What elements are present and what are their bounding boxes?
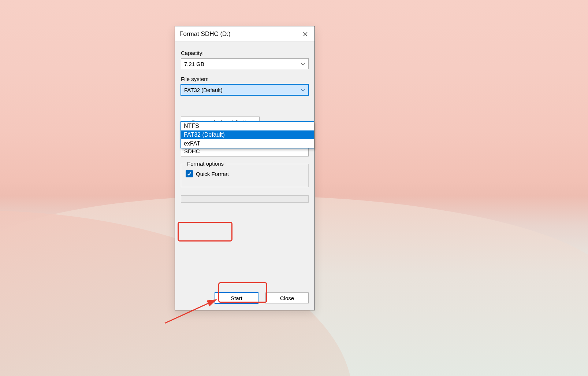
dialog-footer: Start Close bbox=[181, 281, 309, 303]
quick-format-row[interactable]: Quick Format bbox=[186, 170, 304, 177]
volume-label-value: SDHC bbox=[184, 148, 200, 154]
filesystem-dropdown[interactable]: NTFS FAT32 (Default) exFAT bbox=[181, 121, 314, 148]
capacity-value: 7.21 GB bbox=[184, 61, 204, 67]
capacity-label: Capacity: bbox=[181, 50, 309, 56]
chevron-down-icon bbox=[301, 87, 305, 93]
filesystem-option-ntfs[interactable]: NTFS bbox=[181, 122, 314, 130]
quick-format-label: Quick Format bbox=[196, 171, 229, 177]
close-icon[interactable] bbox=[297, 26, 314, 41]
start-button-label: Start bbox=[231, 295, 242, 301]
filesystem-label: File system bbox=[181, 76, 309, 82]
filesystem-option-exfat[interactable]: exFAT bbox=[181, 139, 314, 148]
close-button[interactable]: Close bbox=[265, 292, 309, 303]
dialog-body: Capacity: 7.21 GB File system FAT32 (Def… bbox=[175, 42, 315, 310]
window-title: Format SDHC (D:) bbox=[179, 30, 231, 38]
titlebar: Format SDHC (D:) bbox=[175, 26, 315, 42]
filesystem-select[interactable]: FAT32 (Default) bbox=[181, 84, 309, 95]
quick-format-checkbox[interactable] bbox=[186, 170, 193, 177]
capacity-select[interactable]: 7.21 GB bbox=[181, 58, 309, 69]
format-options-group: Format options Quick Format bbox=[181, 164, 309, 187]
progress-bar bbox=[181, 195, 309, 203]
close-button-label: Close bbox=[280, 295, 294, 301]
format-dialog: Format SDHC (D:) Capacity: 7.21 GB File … bbox=[175, 26, 315, 310]
filesystem-value: FAT32 (Default) bbox=[184, 87, 223, 93]
start-button[interactable]: Start bbox=[215, 292, 258, 303]
format-options-legend: Format options bbox=[185, 161, 226, 167]
filesystem-option-fat32[interactable]: FAT32 (Default) bbox=[181, 130, 314, 139]
chevron-down-icon bbox=[301, 61, 305, 67]
